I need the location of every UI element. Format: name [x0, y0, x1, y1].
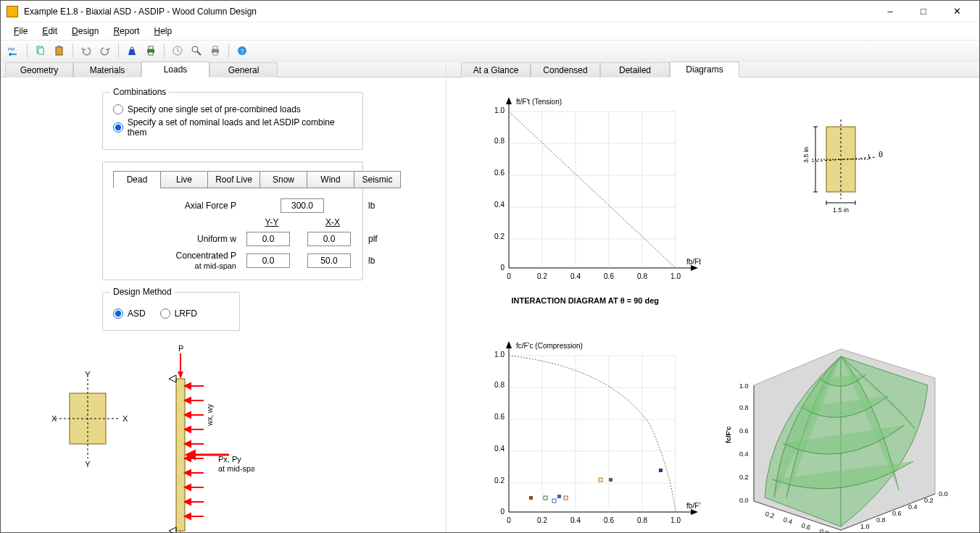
svg-text:Y: Y [85, 460, 91, 469]
axial-label: Axial Force P [135, 201, 236, 211]
dm-asd[interactable]: ASD [113, 309, 146, 319]
copy-icon[interactable] [33, 43, 48, 58]
dm-legend: Design Method [110, 287, 175, 297]
svg-text:θ: θ [879, 150, 883, 159]
loadtab-rooflive[interactable]: Roof Live [207, 171, 259, 188]
compression-chart: fc/F'c (Compression) fb/F'b 00.20.4 0.60… [461, 335, 710, 532]
svg-text:0: 0 [501, 264, 505, 272]
redo-icon[interactable] [98, 43, 112, 58]
tab-loads[interactable]: Loads [141, 62, 209, 77]
svg-text:0.8: 0.8 [876, 516, 886, 524]
menu-design[interactable]: Design [66, 25, 104, 38]
svg-point-10 [192, 46, 198, 52]
rtab-detailed[interactable]: Detailed [600, 62, 670, 77]
svg-marker-38 [185, 441, 191, 447]
minimize-button[interactable]: – [873, 1, 907, 22]
svg-marker-27 [169, 375, 176, 382]
svg-rect-127 [544, 496, 547, 500]
conc-unit: lb [368, 256, 397, 266]
svg-rect-132 [609, 478, 612, 482]
svg-text:?: ? [240, 48, 244, 55]
paste-icon[interactable] [52, 43, 67, 58]
axial-input[interactable] [281, 198, 324, 213]
svg-text:3.5 in: 3.5 in [802, 147, 810, 163]
svg-text:0.4: 0.4 [739, 450, 749, 458]
tension-title: INTERACTION DIAGRAM AT θ = 90 deg [511, 296, 659, 305]
clock-icon[interactable] [170, 43, 185, 58]
biaxial-chart[interactable]: 0.00.20.4 0.60.81.0 fc/F'c 0.2 0.4 0.6 0… [717, 335, 966, 532]
maximize-button[interactable]: □ [907, 1, 940, 22]
svg-rect-2 [38, 48, 43, 54]
loadtab-snow[interactable]: Snow [259, 171, 307, 188]
svg-text:0.8: 0.8 [494, 381, 504, 389]
svg-rect-8 [149, 52, 153, 55]
svg-text:0.8: 0.8 [818, 527, 829, 532]
svg-text:0.2: 0.2 [739, 474, 749, 481]
svg-text:0: 0 [501, 508, 505, 516]
menu-file[interactable]: File [8, 25, 33, 38]
svg-text:0.4: 0.4 [782, 516, 793, 525]
menu-help[interactable]: Help [148, 25, 178, 38]
print-icon[interactable] [144, 43, 158, 58]
dm-lrfd[interactable]: LRFD [160, 309, 197, 319]
rtab-condensed[interactable]: Condensed [531, 62, 600, 77]
loadtab-seismic[interactable]: Seismic [354, 171, 401, 188]
loads-group: Dead Live Roof Live Snow Wind Seismic Ax… [102, 161, 363, 280]
svg-text:1.0: 1.0 [739, 382, 749, 390]
svg-text:1.0: 1.0 [670, 272, 681, 280]
svg-text:0.4: 0.4 [570, 516, 581, 524]
svg-marker-58 [506, 97, 512, 104]
svg-text:Px, Py: Px, Py [218, 455, 241, 463]
toolbar: PM ? [1, 40, 979, 62]
svg-text:0.4: 0.4 [494, 201, 504, 209]
titlebar: Example E1.8 - Biaxial ASD - ASDIP - Woo… [1, 1, 979, 22]
svg-text:0: 0 [507, 516, 511, 524]
rtab-glance[interactable]: At a Glance [461, 62, 531, 77]
cross-section-diagram: Y Y X X [44, 372, 131, 473]
section-diagram: θ 3.5 in 1.5 in [717, 91, 966, 327]
search-icon[interactable] [189, 43, 204, 58]
svg-rect-129 [557, 495, 561, 498]
right-pane: At a Glance Condensed Detailed Diagrams … [447, 62, 979, 532]
tab-materials[interactable]: Materials [73, 62, 141, 77]
uniform-label: Uniform w [135, 234, 236, 244]
menu-edit[interactable]: Edit [36, 25, 63, 38]
svg-text:0.4: 0.4 [494, 445, 504, 453]
svg-text:1.0: 1.0 [494, 351, 504, 358]
column-load-diagram: P [160, 343, 254, 532]
svg-marker-25 [178, 372, 183, 379]
conc-xx-input[interactable] [307, 253, 351, 268]
svg-marker-42 [185, 470, 191, 476]
close-button[interactable]: ✕ [940, 1, 973, 22]
loadtab-dead[interactable]: Dead [113, 171, 160, 188]
print2-icon[interactable] [208, 43, 223, 58]
loadtab-live[interactable]: Live [160, 171, 207, 188]
undo-icon[interactable] [79, 43, 94, 58]
svg-marker-34 [185, 412, 191, 418]
svg-marker-44 [185, 484, 191, 490]
loadtab-wind[interactable]: Wind [307, 171, 354, 188]
svg-marker-60 [691, 265, 698, 271]
svg-text:0.2: 0.2 [494, 232, 504, 240]
menubar: File Edit Design Report Help [1, 22, 979, 40]
svg-rect-126 [529, 496, 533, 500]
svg-text:1.0: 1.0 [670, 516, 681, 524]
menu-report[interactable]: Report [107, 25, 145, 38]
svg-text:0.0: 0.0 [939, 490, 948, 498]
weight-icon[interactable] [125, 43, 139, 58]
tension-chart: ft/F't (Tension) fb/Fb* 00.20.4 0.60.81.… [461, 91, 710, 327]
combo-opt2[interactable]: Specify a set of nominal loads and let A… [113, 117, 352, 138]
tab-geometry[interactable]: Geometry [5, 62, 73, 77]
help-icon[interactable]: ? [235, 43, 249, 58]
uniform-xx-input[interactable] [307, 232, 351, 246]
svg-text:1.0: 1.0 [860, 523, 870, 530]
rtab-diagrams[interactable]: Diagrams [670, 62, 739, 77]
uniform-yy-input[interactable] [246, 232, 290, 246]
svg-text:0.8: 0.8 [494, 137, 504, 145]
svg-text:X: X [51, 414, 57, 423]
tab-general[interactable]: General [209, 62, 278, 77]
pm-back-icon[interactable]: PM [7, 43, 21, 58]
conc-yy-input[interactable] [246, 253, 290, 268]
combo-opt1[interactable]: Specify one single set of pre-combined l… [113, 104, 352, 114]
window-title: Example E1.8 - Biaxial ASD - ASDIP - Woo… [24, 7, 873, 17]
